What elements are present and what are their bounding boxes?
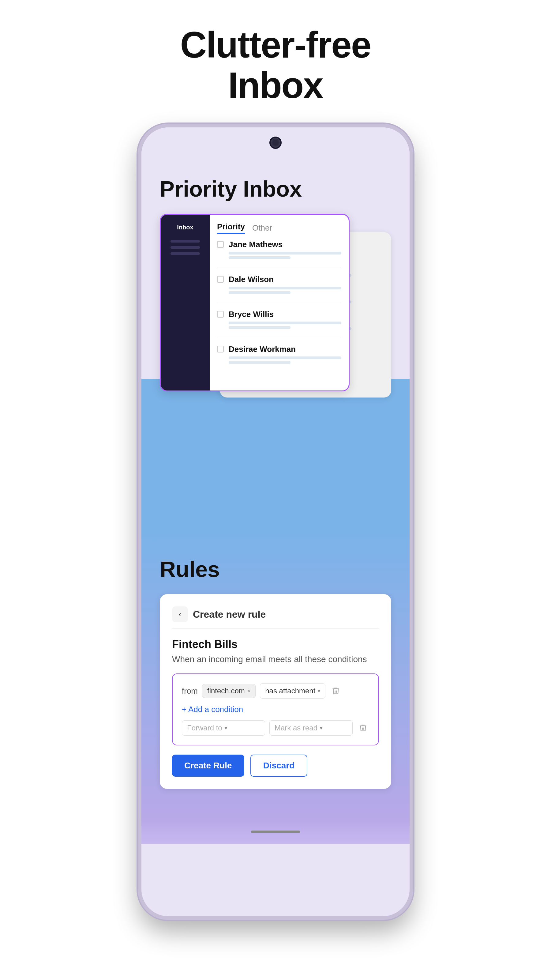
create-rule-button[interactable]: Create Rule	[172, 755, 244, 776]
email-sender-jane: Jane Mathews	[229, 240, 341, 249]
email-row-desirae[interactable]: Desirae Workman	[217, 345, 341, 372]
conditions-box: from fintech.com × has attachment ▾	[172, 673, 379, 745]
forward-dropdown-arrow: ▾	[225, 725, 227, 731]
action-row: Forward to ▾ Mark as read ▾	[182, 720, 369, 736]
from-tag[interactable]: fintech.com ×	[202, 684, 256, 698]
phone-frame: Priority Inbox Priority Other LinkedIn	[138, 124, 413, 920]
condition-row-from: from fintech.com × has attachment ▾	[182, 683, 369, 698]
has-attachment-select[interactable]: has attachment ▾	[260, 683, 326, 698]
from-label: from	[182, 686, 198, 696]
rules-section: Rules ‹ Create new rule Fintech Bills Wh…	[141, 532, 410, 819]
forward-to-select[interactable]: Forward to ▾	[182, 720, 265, 736]
email-checkbox-bryce[interactable]	[217, 311, 224, 318]
phone-top-bar	[141, 127, 410, 158]
condition-delete-button[interactable]	[330, 685, 342, 697]
has-attachment-dropdown-arrow: ▾	[318, 688, 320, 694]
inbox-card-priority: Inbox Priority Other	[160, 214, 349, 391]
email-checkbox-desirae[interactable]	[217, 346, 224, 353]
inbox-main: Priority Other Jane Mathews	[210, 215, 349, 390]
email-checkbox-dale[interactable]	[217, 276, 224, 283]
email-sender-dale: Dale Wilson	[229, 275, 341, 284]
priority-inbox-section: Priority Inbox Priority Other LinkedIn	[141, 158, 410, 404]
camera-lens	[269, 137, 282, 149]
from-tag-remove[interactable]: ×	[247, 688, 251, 694]
action-delete-button[interactable]	[357, 722, 369, 734]
phone-bottom-bar	[141, 819, 410, 844]
priority-card-tabs: Priority Other	[217, 222, 341, 234]
back-arrow-button[interactable]: ‹	[172, 606, 188, 622]
tab-priority[interactable]: Priority	[217, 222, 245, 234]
email-row-jane[interactable]: Jane Mathews	[217, 240, 341, 267]
rule-card: ‹ Create new rule Fintech Bills When an …	[160, 594, 391, 789]
inbox-cards-wrapper: Priority Other LinkedIn Quora digest	[160, 214, 391, 404]
phone-content: Priority Inbox Priority Other LinkedIn	[141, 158, 410, 916]
discard-button[interactable]: Discard	[250, 755, 308, 776]
mark-dropdown-arrow: ▾	[320, 725, 322, 731]
rule-name: Fintech Bills	[172, 638, 379, 651]
rule-card-header: ‹ Create new rule	[172, 606, 379, 629]
sidebar-inbox-label: Inbox	[177, 224, 193, 231]
rule-card-title: Create new rule	[193, 609, 266, 620]
rules-heading: Rules	[160, 557, 391, 582]
email-checkbox-jane[interactable]	[217, 241, 224, 248]
home-indicator	[251, 830, 300, 833]
email-row-dale[interactable]: Dale Wilson	[217, 275, 341, 302]
priority-inbox-heading: Priority Inbox	[160, 177, 391, 202]
email-row-bryce[interactable]: Bryce Willis	[217, 310, 341, 337]
buttons-row: Create Rule Discard	[172, 755, 379, 776]
mark-as-read-select[interactable]: Mark as read ▾	[269, 720, 353, 736]
phone-mockup: Priority Inbox Priority Other LinkedIn	[138, 124, 413, 920]
rule-description: When an incoming email meets all these c…	[172, 654, 379, 664]
tab-other[interactable]: Other	[252, 223, 272, 233]
inbox-sidebar: Inbox	[161, 215, 210, 390]
blue-divider-band	[141, 379, 410, 532]
page-title: Clutter-free Inbox	[180, 24, 371, 105]
email-sender-bryce: Bryce Willis	[229, 310, 341, 319]
add-condition-link[interactable]: + Add a condition	[182, 705, 369, 714]
email-sender-desirae: Desirae Workman	[229, 345, 341, 354]
